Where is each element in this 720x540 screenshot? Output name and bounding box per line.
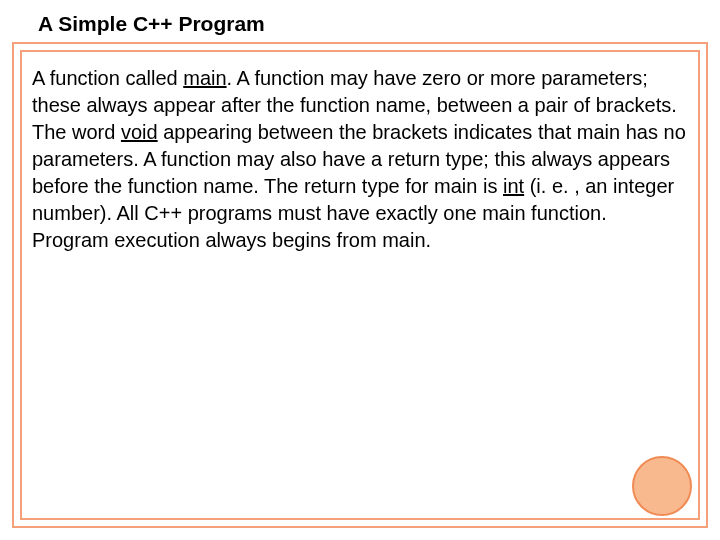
- slide-title: A Simple C++ Program: [38, 12, 265, 36]
- underlined-int: int: [503, 175, 524, 197]
- text-segment: A function called: [32, 67, 183, 89]
- underlined-void: void: [121, 121, 158, 143]
- body-paragraph: A function called main. A function may h…: [32, 65, 688, 254]
- underlined-main: main: [183, 67, 226, 89]
- decorative-circle-icon: [632, 456, 692, 516]
